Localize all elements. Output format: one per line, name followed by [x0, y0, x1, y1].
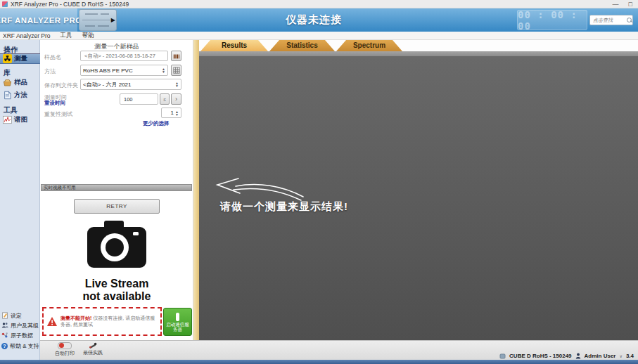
- start-server-button[interactable]: 启动通信服务器: [163, 308, 192, 336]
- search-input[interactable]: [592, 17, 627, 23]
- sidebar-item-label: 测量: [14, 54, 27, 63]
- search-box[interactable]: [589, 15, 633, 25]
- bottom-toolbar: 自动打印 最佳实践 CUBE D RoHS - 150249 Admin Use…: [40, 340, 638, 360]
- sidebar-item-spectrum[interactable]: 谱图: [0, 115, 40, 125]
- method-label: 方法: [44, 67, 56, 75]
- window-bottom-strip: [0, 360, 638, 364]
- sample-id-button[interactable]: [171, 51, 181, 61]
- minimize-button[interactable]: —: [613, 0, 619, 8]
- measurement-hint: 请做一个测量来显示结果!: [220, 200, 348, 214]
- method-select[interactable]: RoHS ABS PE PVC ▲▼: [80, 65, 168, 76]
- sidebar-item-label: 原子数据: [11, 332, 33, 339]
- sidebar-item-users[interactable]: 用户及其组: [1, 321, 40, 330]
- results-content: 请做一个测量来显示结果!: [199, 56, 638, 341]
- method-document-icon: [3, 91, 12, 100]
- sidebar-item-samples[interactable]: 样品: [0, 77, 40, 88]
- sidebar-item-methods[interactable]: 方法: [0, 90, 40, 100]
- menu-help[interactable]: 帮助: [82, 32, 94, 40]
- tab-spectrum[interactable]: Spectrum: [336, 40, 402, 51]
- sidebar-item-label: 用户及其组: [11, 322, 39, 330]
- menu-app[interactable]: XRF Analyzer Pro: [3, 32, 51, 39]
- status-bar: CUBE D RoHS - 150249 Admin User ∨ 3.4: [499, 353, 634, 359]
- tab-separator: [199, 51, 638, 56]
- auto-print-icon: [58, 342, 72, 349]
- sidebar-item-label: 样品: [14, 78, 27, 87]
- search-icon[interactable]: [627, 18, 632, 23]
- auto-print-toggle[interactable]: 自动打印: [51, 342, 79, 357]
- repeat-stepper[interactable]: 1 ▲▼: [161, 108, 181, 118]
- best-practice-button[interactable]: 最佳实践: [79, 342, 107, 356]
- best-practice-icon: [89, 342, 97, 349]
- app-icon: [2, 1, 8, 7]
- sample-name-label: 样品名: [44, 53, 61, 61]
- sidebar-item-label: 帮助 & 支持: [10, 342, 39, 350]
- duration-unit-button: s: [160, 93, 170, 105]
- spinner-icon[interactable]: ▲▼: [175, 82, 179, 87]
- camera-icon: [85, 218, 148, 274]
- sidebar-item-label: 方法: [14, 91, 27, 100]
- user-icon: [575, 353, 581, 359]
- sidebar-item-label: 谱图: [14, 115, 27, 124]
- warning-text: 测量不能开始! 仪器没有连接, 请启动通信服务器, 然后重试: [60, 316, 158, 327]
- instrument-thumbnail[interactable]: ▶: [79, 9, 117, 31]
- spectrum-chart-icon: [3, 115, 12, 124]
- duration-next-button[interactable]: ›: [171, 93, 181, 105]
- users-icon: [1, 322, 8, 329]
- help-icon: ?: [1, 343, 8, 349]
- warning-box: 测量不能开始! 仪器没有连接, 请启动通信服务器, 然后重试: [42, 307, 162, 336]
- spinner-icon[interactable]: ▲▼: [162, 67, 165, 73]
- camera-panel-header: 实时视频不可用: [41, 184, 192, 191]
- tab-bar: Results Statistics Spectrum: [199, 40, 638, 51]
- maximize-button[interactable]: □: [629, 0, 632, 8]
- measurement-timer: 00 : 00 : 00: [517, 10, 587, 30]
- instrument-expand-icon[interactable]: ▶: [111, 18, 115, 23]
- power-icon: [176, 313, 179, 321]
- radiation-icon: [3, 54, 12, 63]
- retry-button[interactable]: RETRY: [74, 199, 160, 214]
- timer-digits: 00 : 00 : 00: [518, 9, 587, 32]
- duration-field[interactable]: [120, 93, 158, 105]
- auto-print-label: 自动打印: [55, 350, 75, 357]
- sidebar: 操作 测量 库 样品: [0, 40, 40, 360]
- start-server-label: 启动通信服务器: [164, 322, 191, 332]
- sample-name-field[interactable]: [80, 51, 168, 61]
- tab-results[interactable]: Results: [200, 40, 268, 51]
- sidebar-section-library: 库: [4, 68, 11, 78]
- best-practice-label: 最佳实践: [83, 349, 103, 356]
- duration-input[interactable]: [122, 96, 155, 103]
- sidebar-section-tools: 工具: [4, 105, 18, 115]
- live-stream-text: Live Stream: [40, 278, 193, 290]
- tab-statistics[interactable]: Statistics: [269, 40, 335, 51]
- device-icon: [499, 353, 506, 359]
- app-logo: XRF ANALYZER PRO: [0, 16, 82, 25]
- sidebar-item-label: 设定: [11, 312, 22, 320]
- table-grid-icon: [173, 67, 180, 74]
- warning-panel: 测量不能开始! 仪器没有连接, 请启动通信服务器, 然后重试 启动通信服务器: [40, 305, 193, 340]
- settings-icon: [1, 312, 8, 319]
- panel-edge-strip: [193, 40, 199, 341]
- molecule-icon: [1, 332, 8, 339]
- method-value: RoHS ABS PE PVC: [83, 67, 133, 74]
- stepper-arrows-icon[interactable]: ▲▼: [175, 110, 179, 116]
- sample-id-icon: [173, 53, 180, 60]
- title-bar: XRF Analyzer Pro - CUBE D RoHS - 150249 …: [0, 0, 638, 8]
- sidebar-item-measure[interactable]: 测量: [0, 53, 40, 64]
- fewer-options-link[interactable]: 更少的选择: [143, 120, 170, 127]
- sidebar-item-settings[interactable]: 设定: [1, 311, 40, 320]
- reset-time-link[interactable]: 重设时间: [44, 100, 65, 107]
- duration-unit: s: [163, 97, 166, 102]
- save-folder-select[interactable]: <自动> - 六月 2021 ▲▼: [80, 79, 181, 90]
- not-available-text: not available: [40, 290, 193, 303]
- logo-block: XRF ANALYZER PRO: [0, 8, 77, 32]
- sketch-arrow-icon: [212, 169, 307, 202]
- periodic-table-button[interactable]: [171, 65, 181, 76]
- device-name: CUBE D RoHS - 150249: [509, 353, 571, 359]
- current-user: Admin User: [585, 353, 616, 359]
- menu-tools[interactable]: 工具: [60, 32, 72, 40]
- sample-name-input[interactable]: [83, 52, 165, 60]
- sidebar-item-atomic-data[interactable]: 原子数据: [1, 331, 40, 339]
- warning-icon: [46, 316, 58, 327]
- sidebar-item-help[interactable]: ? 帮助 & 支持: [1, 342, 40, 350]
- version-chevron-icon[interactable]: ∨: [619, 353, 622, 358]
- menu-bar: XRF Analyzer Pro 工具 帮助: [0, 32, 638, 40]
